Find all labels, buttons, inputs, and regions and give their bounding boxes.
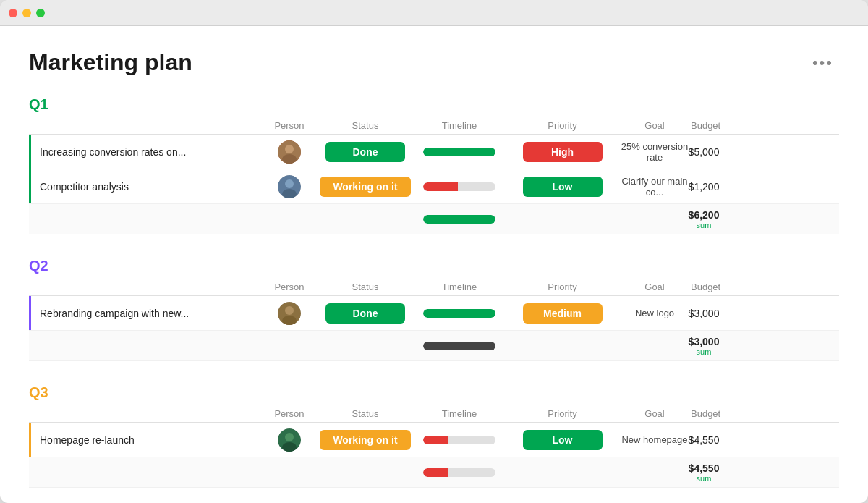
sum-amount: $4,550 (689, 462, 720, 474)
q3-table-header: Person Status Timeline Priority Goal Bud… (29, 408, 839, 423)
status-badge: Done (326, 142, 405, 162)
main-content: Marketing plan ••• Q1 Person Status Time… (0, 26, 868, 503)
sum-amount: $3,000 (689, 336, 720, 347)
row-person (260, 428, 318, 452)
table-row: Homepage re-launch Working on it (29, 423, 839, 457)
q3-sum-timeline (412, 468, 506, 477)
q2-col-goal: Goal (618, 282, 691, 292)
avatar (278, 140, 301, 164)
svg-point-10 (285, 433, 294, 441)
row-task-name: Rebranding campaign with new... (29, 296, 260, 330)
app-window: Marketing plan ••• Q1 Person Status Time… (0, 0, 868, 503)
titlebar (0, 0, 868, 26)
row-task-name: Homepage re-launch (29, 423, 260, 457)
sum-label: sum (697, 221, 712, 229)
row-goal: 25% conversion rate (618, 141, 691, 163)
q1-section: Q1 Person Status Timeline Priority Goal … (29, 96, 839, 234)
q2-section: Q2 Person Status Timeline Priority Goal … (29, 258, 839, 361)
minimize-dot[interactable] (22, 9, 31, 17)
q1-col-status: Status (318, 120, 412, 131)
timeline-sum-bar (423, 468, 495, 477)
page-header: Marketing plan ••• (29, 49, 839, 76)
svg-point-1 (285, 145, 294, 153)
priority-badge: Low (523, 177, 603, 197)
row-task-name: Competitor analysis (29, 169, 260, 203)
q3-col-timeline: Timeline (412, 408, 506, 419)
row-timeline (412, 309, 506, 318)
q2-sum-timeline (412, 342, 506, 350)
table-row: Rebranding campaign with new... Done (29, 296, 839, 331)
row-person (260, 140, 318, 164)
q1-col-person: Person (260, 120, 318, 131)
row-goal: Clarify our main co... (618, 176, 691, 198)
row-priority: Medium (506, 303, 618, 324)
priority-badge: Medium (523, 303, 603, 324)
avatar (278, 175, 301, 198)
row-budget: $4,550 (691, 434, 717, 446)
q1-col-budget: Budget (691, 120, 717, 131)
timeline-bar (423, 148, 495, 156)
row-status: Working on it (318, 430, 412, 450)
sum-amount: $6,200 (689, 209, 720, 221)
q2-col-priority: Priority (506, 282, 618, 292)
q3-sum-budget: $4,550 sum (691, 462, 717, 483)
q2-col-timeline: Timeline (412, 282, 506, 292)
row-goal: New homepage (618, 434, 691, 445)
row-budget: $5,000 (691, 146, 717, 158)
svg-point-4 (285, 179, 294, 188)
page-title: Marketing plan (29, 49, 192, 76)
q3-col-person: Person (260, 408, 318, 419)
q1-title: Q1 (29, 96, 839, 113)
row-budget: $3,000 (691, 308, 717, 319)
close-dot[interactable] (9, 9, 17, 17)
q3-title: Q3 (29, 384, 839, 401)
row-status: Done (318, 142, 412, 162)
table-row: Increasing conversion rates on... Done (29, 135, 839, 169)
row-priority: Low (506, 430, 618, 450)
q2-col-status: Status (318, 282, 412, 292)
row-status: Done (318, 303, 412, 324)
q2-sum-budget: $3,000 sum (691, 336, 717, 356)
row-goal: New logo (618, 308, 691, 318)
status-badge: Working on it (320, 430, 410, 450)
q1-col-priority: Priority (506, 120, 618, 131)
q2-title: Q2 (29, 258, 839, 274)
row-timeline (412, 148, 506, 156)
row-timeline (412, 436, 506, 444)
q3-col-goal: Goal (618, 408, 691, 419)
more-options-button[interactable]: ••• (807, 51, 839, 75)
avatar (278, 428, 301, 452)
q1-table-header: Person Status Timeline Priority Goal Bud… (29, 120, 839, 135)
row-person (260, 302, 318, 325)
row-status: Working on it (318, 177, 412, 197)
q2-table-header: Person Status Timeline Priority Goal Bud… (29, 282, 839, 296)
q3-sum-row: $4,550 sum (29, 457, 839, 488)
q2-sum-row: $3,000 sum (29, 331, 839, 361)
sum-label: sum (697, 474, 712, 483)
row-person (260, 175, 318, 198)
q1-sum-budget: $6,200 sum (691, 209, 717, 229)
row-priority: High (506, 142, 618, 162)
q1-col-goal: Goal (618, 120, 691, 131)
maximize-dot[interactable] (36, 9, 45, 17)
sum-label: sum (697, 347, 712, 356)
row-budget: $1,200 (691, 181, 717, 193)
q2-col-budget: Budget (691, 282, 717, 292)
avatar (278, 302, 301, 325)
timeline-sum-bar (423, 342, 495, 350)
q3-section: Q3 Person Status Timeline Priority Goal … (29, 384, 839, 488)
table-row: Competitor analysis Working on it (29, 169, 839, 204)
svg-point-7 (285, 306, 294, 315)
q2-col-person: Person (260, 282, 318, 292)
priority-badge: High (523, 142, 603, 162)
timeline-bar (423, 436, 495, 444)
row-timeline (412, 182, 506, 191)
q1-sum-row: $6,200 sum (29, 204, 839, 234)
status-badge: Working on it (320, 177, 410, 197)
q3-col-priority: Priority (506, 408, 618, 419)
q1-sum-timeline (412, 215, 506, 224)
q3-col-budget: Budget (691, 408, 717, 419)
priority-badge: Low (523, 430, 603, 450)
q1-col-timeline: Timeline (412, 120, 506, 131)
row-priority: Low (506, 177, 618, 197)
